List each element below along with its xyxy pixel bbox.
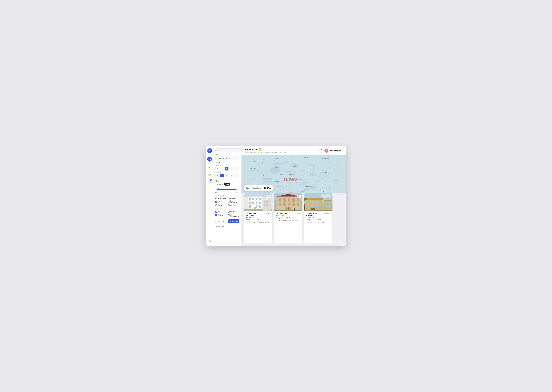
instant-book-label: Instant Book (215, 226, 239, 227)
slider-thumb-right[interactable] (234, 189, 236, 190)
adult-btn-4[interactable]: 4 (229, 167, 233, 170)
sidebar-item-messages[interactable]: 28 (207, 180, 212, 184)
stay-tooltip: Stay with this places in Texas (244, 185, 273, 191)
svg-text:Coleman: Coleman (263, 175, 267, 176)
adult-label: Adult (215, 165, 239, 166)
amenity-pool-1: Pool (295, 219, 299, 221)
property-location-1: Dallas, TX (276, 215, 301, 217)
notification-button[interactable] (318, 148, 322, 153)
favorite-btn-1[interactable] (297, 195, 301, 198)
property-img-1 (274, 193, 302, 211)
svg-text:Goldthwaite: Goldthwaite (295, 182, 300, 183)
svg-rect-130 (307, 205, 310, 207)
children-btn-4[interactable]: 4 (229, 174, 233, 177)
user-info[interactable]: John marquez (324, 148, 343, 153)
slider-thumb-left[interactable] (217, 189, 219, 190)
date-picker[interactable]: Aug 23 - Sep 9 (215, 156, 239, 160)
map-container[interactable]: Merkel Abilene Ranger Granbury Burleson … (241, 155, 346, 193)
svg-text:Belton: Belton (312, 189, 315, 190)
children-btn-more[interactable]: ··· (234, 174, 238, 177)
pool-icon-1 (295, 219, 296, 221)
sidebar-item-favorites[interactable] (207, 172, 212, 177)
svg-text:Brownwood: Brownwood (279, 174, 284, 175)
children-btn-2[interactable]: 2 (220, 174, 224, 177)
wifi-icon (246, 222, 247, 223)
svg-rect-114 (274, 210, 302, 211)
date-value: Aug 23 - Sep 9 (219, 157, 230, 159)
adult-btn-3[interactable]: 3 (225, 167, 228, 170)
property-card-2[interactable]: Houston Heights Apartments $180/night Au… (304, 193, 333, 244)
children-btn-1[interactable]: 1 (215, 174, 219, 177)
stay-pre-text: Stay with this places in (246, 187, 263, 189)
price-tooltip: $587 (224, 183, 230, 186)
checkbox-apartments[interactable]: Apartments (215, 197, 227, 199)
svg-rect-137 (328, 202, 331, 204)
checkbox-parking[interactable]: Parking (215, 213, 227, 217)
favorite-btn-0[interactable] (267, 195, 271, 198)
checkbox-villas[interactable]: Villas (215, 204, 227, 206)
svg-text:Lampasas: Lampasas (304, 189, 309, 190)
checkbox-kitchen[interactable]: Kitchen (228, 211, 240, 213)
svg-point-15 (310, 172, 316, 176)
wifi-icon-1 (276, 219, 277, 221)
svg-rect-135 (324, 200, 332, 201)
svg-text:Copperas Cove: Copperas Cove (305, 186, 312, 187)
header-right: John marquez (318, 148, 343, 153)
svg-text:Burleson: Burleson (304, 157, 308, 158)
sidebar-item-list[interactable] (207, 165, 212, 169)
price-range-label: Price range $587 (215, 183, 239, 186)
guests-title: Guests (215, 162, 239, 164)
checkbox-air-conditioning[interactable]: Air Conditioning (228, 213, 240, 217)
svg-rect-78 (249, 202, 251, 204)
svg-point-11 (326, 150, 327, 151)
sidebar-item-explore[interactable] (207, 157, 212, 161)
svg-rect-77 (259, 198, 261, 200)
svg-rect-132 (316, 205, 319, 207)
amenities-title: Amenities (215, 208, 239, 210)
kitchen-icon-1 (281, 219, 282, 221)
svg-point-17 (299, 182, 306, 186)
svg-rect-94 (258, 222, 259, 223)
search-input[interactable]: Texas (219, 149, 241, 151)
adult-btn-1[interactable]: 1 (215, 167, 219, 170)
adult-btn-2[interactable]: 2 (220, 167, 224, 170)
property-type-section: Property Type Apartments Houses Hotels B… (215, 195, 239, 206)
checkbox-hostels[interactable]: Hostels (228, 204, 240, 206)
children-btn-3[interactable]: 3 (225, 174, 228, 177)
checkbox-houses[interactable]: Houses (228, 197, 240, 199)
property-img-0 (244, 193, 272, 211)
property-name-0: The Austinian Apartments (246, 212, 263, 217)
property-name-1: The Dallas Loft (276, 212, 293, 215)
amenity-parking-0: Parking (258, 221, 264, 223)
svg-text:Llano: Llano (300, 189, 302, 190)
adult-btn-more[interactable]: ··· (234, 167, 238, 170)
location-icon (217, 150, 218, 151)
heart-icon (268, 196, 270, 197)
save-filters-button[interactable]: Save filters (228, 219, 240, 223)
property-card-0[interactable]: The Austinian Apartments $150/night Aust… (244, 193, 272, 244)
svg-text:Granbury: Granbury (290, 157, 294, 159)
svg-point-68 (327, 174, 327, 174)
kitchen-icon (251, 222, 252, 223)
svg-rect-128 (311, 201, 315, 203)
property-price-1: $200/night (294, 212, 301, 214)
svg-rect-103 (292, 198, 295, 202)
svg-point-13 (270, 167, 280, 174)
property-type-title: Property Type (215, 195, 239, 196)
svg-text:Merkel: Merkel (254, 161, 257, 162)
amenities-row-1: Wi-Fi Kitchen Parking (276, 219, 301, 221)
svg-text:Dyess AFB: Dyess AFB (251, 168, 256, 169)
property-card-1[interactable]: The Dallas Loft $200/night Dallas, TX (274, 193, 302, 244)
price-slider[interactable] (215, 188, 239, 191)
svg-rect-102 (288, 198, 290, 202)
checkbox-hotels[interactable]: Hotels (215, 200, 227, 204)
checkbox-wifi[interactable]: Wifi (215, 211, 227, 213)
clear-all-button[interactable]: Clear all (215, 219, 227, 223)
sidebar-logo[interactable] (207, 148, 212, 153)
price-range-text: Price range (215, 183, 223, 185)
svg-rect-91 (264, 204, 265, 206)
checkbox-bed-breakfasts[interactable]: Bed & Breakfasts (228, 200, 240, 204)
sidebar-item-support[interactable] (207, 239, 212, 244)
svg-rect-105 (279, 203, 281, 206)
svg-rect-107 (288, 203, 290, 206)
